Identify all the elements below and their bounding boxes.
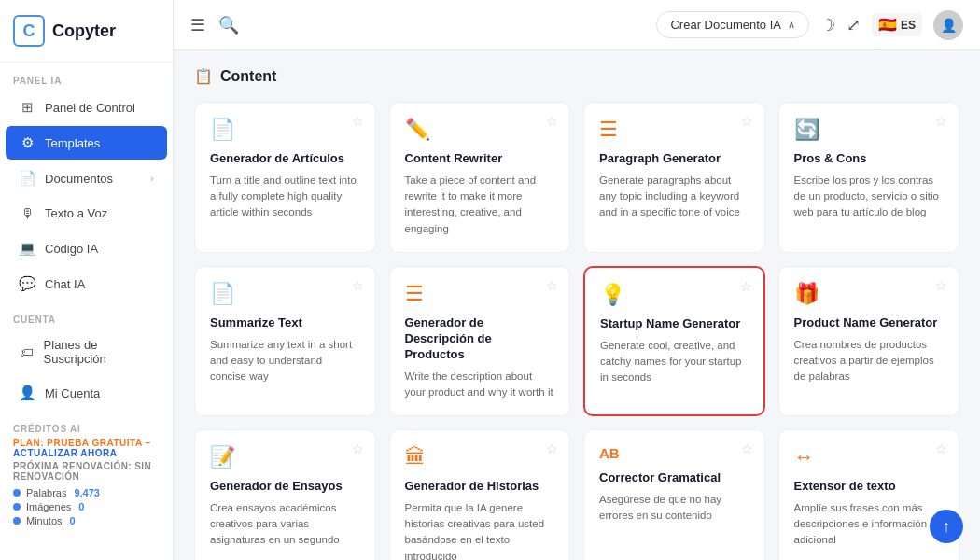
card-corrector-gramatical[interactable]: ☆ AB Corrector Gramatical Asegúrese de q… xyxy=(583,429,765,560)
flag-icon: 🇪🇸 xyxy=(878,16,897,34)
sidebar-item-planes[interactable]: 🏷 Planes de Suscripción xyxy=(6,329,167,374)
sidebar-item-label: Planes de Suscripción xyxy=(44,338,154,366)
sidebar-item-label: Mi Cuenta xyxy=(45,386,100,400)
card-desc: Generate cool, creative, and catchy name… xyxy=(600,338,749,386)
card-title: Startup Name Generator xyxy=(600,316,749,332)
minutos-value: 0 xyxy=(70,515,76,526)
card-icon: AB xyxy=(599,445,749,461)
card-paragraph-generator[interactable]: ☆ ☰ Paragraph Generator Generate paragra… xyxy=(583,102,765,253)
card-desc: Take a piece of content and rewrite it t… xyxy=(405,173,555,237)
credits-plan: PLAN: PRUEBA GRATUITA – ACTUALIZAR AHORA xyxy=(13,438,160,458)
chevron-right-icon: › xyxy=(150,173,154,184)
content-area: 📋 Content ☆ 📄 Generador de Artículos Tur… xyxy=(174,50,980,560)
card-title: Generador de Ensayos xyxy=(210,479,360,495)
card-pros-cons[interactable]: ☆ 🔄 Pros & Cons Escribe los pros y los c… xyxy=(778,102,960,253)
hamburger-icon[interactable]: ☰ xyxy=(190,15,205,35)
gear-icon: ⚙ xyxy=(19,134,35,151)
card-icon: 🎁 xyxy=(794,282,945,306)
card-generador-ensayos[interactable]: ☆ 📝 Generador de Ensayos Crea ensayos ac… xyxy=(194,429,376,560)
card-icon: ↔ xyxy=(794,445,945,469)
mic-icon: 🎙 xyxy=(19,205,35,221)
sidebar-item-chat-ia[interactable]: 💬 Chat IA xyxy=(6,267,167,301)
star-icon[interactable]: ☆ xyxy=(935,114,947,129)
topbar-right: Crear Documento IA ∧ ☽ ⤢ 🇪🇸 ES 👤 xyxy=(656,10,963,40)
night-mode-icon[interactable]: ☽ xyxy=(820,15,835,35)
sidebar-item-texto-a-voz[interactable]: 🎙 Texto a Voz xyxy=(6,197,167,230)
star-icon[interactable]: ☆ xyxy=(935,441,947,456)
card-generador-descripcion[interactable]: ☆ ☰ Generador de Descripción de Producto… xyxy=(389,266,571,416)
credits-label: CRÉDITOS AI xyxy=(13,424,160,438)
sidebar-item-panel-control[interactable]: ⊞ Panel de Control xyxy=(6,91,167,124)
crear-arrow-icon: ∧ xyxy=(788,19,795,31)
card-title: Content Rewriter xyxy=(405,151,555,167)
card-generador-articulos[interactable]: ☆ 📄 Generador de Artículos Turn a title … xyxy=(194,102,376,253)
star-icon[interactable]: ☆ xyxy=(546,278,558,293)
cuenta-label: CUENTA xyxy=(0,301,173,329)
document-icon: 📄 xyxy=(19,170,35,187)
code-icon: 💻 xyxy=(19,240,35,257)
search-icon[interactable]: 🔍 xyxy=(218,15,239,35)
card-content-rewriter[interactable]: ☆ ✏️ Content Rewriter Take a piece of co… xyxy=(389,102,571,253)
card-desc: Crea ensayos académicos creativos para v… xyxy=(210,500,360,549)
section-header: 📋 Content xyxy=(194,67,959,85)
star-icon[interactable]: ☆ xyxy=(741,441,753,456)
credits-palabras: Palabras 9,473 xyxy=(13,487,160,498)
scroll-top-button[interactable]: ↑ xyxy=(930,510,963,543)
cards-row-1: ☆ 📄 Generador de Artículos Turn a title … xyxy=(194,102,959,253)
sidebar-item-label: Texto a Voz xyxy=(45,206,107,220)
card-title: Summarize Text xyxy=(210,315,360,331)
topbar: ☰ 🔍 Crear Documento IA ∧ ☽ ⤢ 🇪🇸 ES 👤 xyxy=(174,0,980,50)
credits-renewal: PRÓXIMA RENOVACIÓN: SIN RENOVACIÓN xyxy=(13,461,160,482)
avatar[interactable]: 👤 xyxy=(933,10,963,40)
star-icon[interactable]: ☆ xyxy=(352,114,364,129)
card-icon: 📝 xyxy=(210,445,360,469)
card-icon: 📄 xyxy=(210,118,360,142)
grid-icon: ⊞ xyxy=(19,99,35,116)
app-name: Copyter xyxy=(52,21,116,41)
logo-icon: C xyxy=(13,15,45,47)
card-desc: Permita que la IA genere historias creat… xyxy=(405,500,555,560)
card-startup-name-generator[interactable]: ☆ 💡 Startup Name Generator Generate cool… xyxy=(583,266,765,416)
imagenes-value: 0 xyxy=(78,501,84,512)
card-title: Paragraph Generator xyxy=(599,151,749,167)
user-icon: 👤 xyxy=(19,385,35,401)
credits-minutos: Minutos 0 xyxy=(13,515,160,526)
fullscreen-icon[interactable]: ⤢ xyxy=(847,15,861,35)
star-icon[interactable]: ☆ xyxy=(741,114,753,129)
crear-documento-button[interactable]: Crear Documento IA ∧ xyxy=(656,11,809,38)
card-extensor-texto[interactable]: ☆ ↔ Extensor de texto Amplíe sus frases … xyxy=(778,429,960,560)
sidebar-item-templates[interactable]: ⚙ Templates xyxy=(6,126,167,160)
star-icon[interactable]: ☆ xyxy=(352,441,364,456)
star-icon[interactable]: ☆ xyxy=(546,114,558,129)
star-icon[interactable]: ☆ xyxy=(740,279,752,294)
palabras-value: 9,473 xyxy=(74,487,100,498)
sidebar-item-codigo-ia[interactable]: 💻 Código IA xyxy=(6,231,167,265)
main-area: ☰ 🔍 Crear Documento IA ∧ ☽ ⤢ 🇪🇸 ES 👤 📋 C… xyxy=(174,0,980,560)
card-summarize-text[interactable]: ☆ 📄 Summarize Text Summarize any text in… xyxy=(194,266,376,416)
card-icon: 💡 xyxy=(600,283,749,307)
cards-row-3: ☆ 📝 Generador de Ensayos Crea ensayos ac… xyxy=(194,429,959,560)
card-generador-historias[interactable]: ☆ 🏛 Generador de Historias Permita que l… xyxy=(389,429,571,560)
sidebar-item-documentos[interactable]: 📄 Documentos › xyxy=(6,161,167,195)
sidebar-item-mi-cuenta[interactable]: 👤 Mi Cuenta xyxy=(6,376,167,410)
panel-ia-label: PANEL IA xyxy=(0,63,173,90)
imagenes-dot xyxy=(13,503,21,511)
star-icon[interactable]: ☆ xyxy=(352,278,364,293)
card-icon: 🔄 xyxy=(794,118,945,142)
palabras-dot xyxy=(13,489,21,497)
card-desc: Crea nombres de productos creativos a pa… xyxy=(794,337,945,385)
section-title: Content xyxy=(220,68,276,85)
card-desc: Amplíe sus frases con más descripciones … xyxy=(794,500,945,549)
card-product-name-generator[interactable]: ☆ 🎁 Product Name Generator Crea nombres … xyxy=(778,266,960,416)
sidebar-item-label: Chat IA xyxy=(45,277,85,291)
upgrade-link[interactable]: ACTUALIZAR AHORA xyxy=(13,448,118,458)
minutos-dot xyxy=(13,517,21,525)
star-icon[interactable]: ☆ xyxy=(546,441,558,456)
sidebar-item-label: Panel de Control xyxy=(45,101,135,115)
card-desc: Escribe los pros y los contras de un pro… xyxy=(794,173,945,221)
app-logo: C Copyter xyxy=(0,0,173,63)
topbar-left: ☰ 🔍 xyxy=(190,15,239,35)
language-selector[interactable]: 🇪🇸 ES xyxy=(872,13,922,36)
star-icon[interactable]: ☆ xyxy=(935,278,947,293)
card-title: Extensor de texto xyxy=(794,479,945,495)
